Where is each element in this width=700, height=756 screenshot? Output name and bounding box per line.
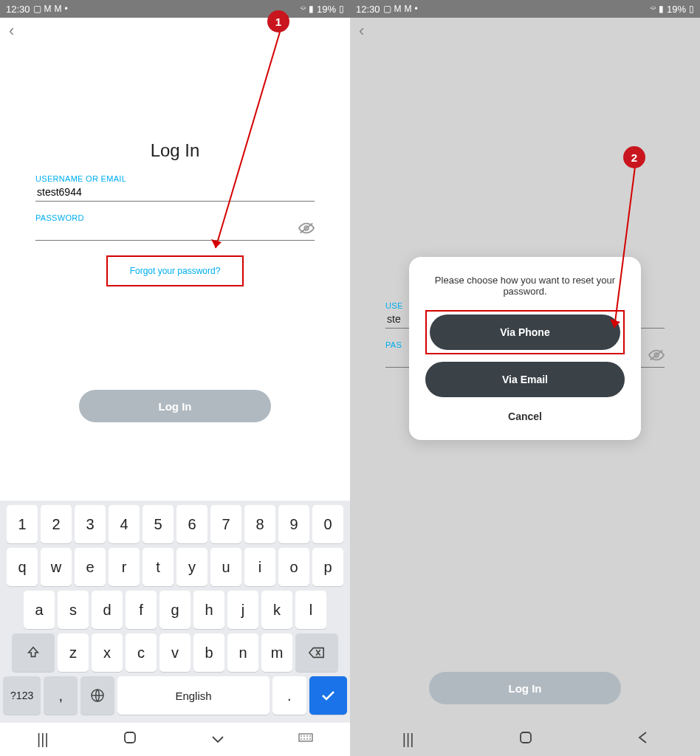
svg-point-7 — [301, 735, 302, 737]
key-period[interactable]: . — [272, 676, 306, 715]
back-icon[interactable]: ‹ — [359, 21, 364, 41]
nav-keyboard-icon[interactable] — [298, 733, 313, 746]
key-z[interactable]: z — [58, 633, 89, 672]
key-u[interactable]: u — [210, 548, 241, 586]
key-5[interactable]: 5 — [143, 505, 174, 543]
password-label: PASSWORD — [35, 213, 315, 222]
key-backspace[interactable] — [295, 633, 338, 672]
key-0[interactable]: 0 — [312, 505, 343, 543]
shift-icon — [27, 646, 40, 659]
key-space[interactable]: English — [117, 676, 269, 715]
system-nav-bar: ||| — [350, 722, 700, 756]
nav-back-icon[interactable] — [637, 731, 648, 748]
key-g[interactable]: g — [159, 591, 191, 629]
nav-home-icon[interactable] — [518, 730, 533, 749]
key-p[interactable]: p — [312, 548, 343, 586]
key-9[interactable]: 9 — [278, 505, 309, 543]
svg-point-9 — [306, 735, 308, 737]
gmail-icon: M — [55, 4, 62, 14]
nav-home-icon[interactable] — [123, 730, 137, 749]
via-phone-button[interactable]: Via Phone — [430, 315, 620, 350]
key-i[interactable]: i — [244, 548, 275, 586]
key-j[interactable]: j — [227, 591, 258, 629]
key-enter[interactable] — [309, 676, 347, 715]
nav-recents-icon[interactable]: ||| — [402, 731, 414, 748]
key-6[interactable]: 6 — [176, 505, 207, 543]
key-1[interactable]: 1 — [7, 505, 38, 543]
key-l[interactable]: l — [295, 591, 326, 629]
header-row: ‹ — [0, 18, 350, 44]
more-icon: • — [65, 4, 68, 14]
key-s[interactable]: s — [58, 591, 89, 629]
login-button[interactable]: Log In — [429, 672, 621, 704]
more-icon: • — [415, 4, 418, 14]
check-icon — [320, 690, 335, 701]
key-4[interactable]: 4 — [109, 505, 140, 543]
via-email-button[interactable]: Via Email — [425, 362, 625, 397]
status-bar: 12:30 ▢ M M • ⌔ ▮ 19% ▯ — [0, 0, 350, 18]
key-comma[interactable]: , — [44, 676, 78, 715]
nav-hide-keyboard-icon[interactable] — [211, 731, 224, 748]
key-e[interactable]: e — [75, 548, 106, 586]
keyboard-row-4: z x c v b n m — [3, 633, 347, 672]
key-a[interactable]: a — [24, 591, 55, 629]
key-h[interactable]: h — [193, 591, 224, 629]
keyboard-row-2: q w e r t y u i o p — [3, 548, 347, 586]
key-d[interactable]: d — [92, 591, 123, 629]
svg-rect-19 — [521, 732, 531, 743]
header-row: ‹ — [350, 18, 700, 44]
key-y[interactable]: y — [176, 548, 207, 586]
key-symbols[interactable]: ?123 — [3, 676, 41, 715]
key-3[interactable]: 3 — [75, 505, 106, 543]
svg-rect-5 — [125, 732, 135, 743]
key-shift[interactable] — [12, 633, 55, 672]
battery-icon: ▯ — [339, 4, 344, 14]
forgot-password-link[interactable]: Forgot your password? — [106, 255, 244, 286]
key-q[interactable]: q — [7, 548, 38, 586]
keyboard-row-1: 1 2 3 4 5 6 7 8 9 0 — [3, 505, 347, 543]
key-m[interactable]: m — [261, 633, 292, 672]
key-r[interactable]: r — [109, 548, 140, 586]
gmail-icon: M — [44, 4, 52, 14]
password-input[interactable] — [35, 222, 315, 241]
key-8[interactable]: 8 — [244, 505, 275, 543]
key-b[interactable]: b — [193, 633, 224, 672]
cancel-button[interactable]: Cancel — [425, 410, 625, 422]
key-o[interactable]: o — [278, 548, 309, 586]
key-k[interactable]: k — [261, 591, 292, 629]
username-input[interactable] — [35, 183, 315, 202]
gmail-icon: M — [405, 4, 412, 14]
phone-screen-login: 1 12:30 ▢ M M • ⌔ ▮ 19% ▯ ‹ Log In USERN… — [0, 0, 350, 756]
username-label: USERNAME OR EMAIL — [35, 174, 315, 183]
svg-rect-6 — [299, 734, 312, 741]
key-t[interactable]: t — [143, 548, 174, 586]
key-c[interactable]: c — [126, 633, 157, 672]
signal-icon: ▮ — [309, 4, 314, 14]
backspace-icon — [309, 647, 325, 659]
key-v[interactable]: v — [159, 633, 191, 672]
globe-icon — [90, 688, 105, 703]
svg-point-13 — [306, 738, 308, 740]
key-language[interactable] — [80, 676, 114, 715]
key-x[interactable]: x — [92, 633, 123, 672]
key-f[interactable]: f — [126, 591, 157, 629]
status-battery: 19% — [667, 4, 686, 15]
signal-icon: ▮ — [659, 4, 664, 14]
svg-point-8 — [303, 735, 305, 737]
keyboard-row-5: ?123 , English . — [3, 676, 347, 715]
login-button[interactable]: Log In — [79, 390, 271, 422]
svg-point-10 — [309, 735, 311, 737]
key-w[interactable]: w — [41, 548, 72, 586]
battery-icon: ▯ — [689, 4, 694, 14]
reset-password-modal: Please choose how you want to reset your… — [409, 257, 641, 440]
nav-recents-icon[interactable]: ||| — [37, 731, 49, 748]
key-7[interactable]: 7 — [210, 505, 241, 543]
svg-point-14 — [309, 738, 311, 740]
key-2[interactable]: 2 — [41, 505, 72, 543]
key-n[interactable]: n — [227, 633, 258, 672]
back-icon[interactable]: ‹ — [9, 21, 14, 41]
wifi-icon: ⌔ — [301, 4, 306, 14]
annotation-marker-1: 1 — [267, 10, 289, 32]
eye-off-icon[interactable] — [298, 221, 315, 238]
status-bar: 12:30 ▢ M M • ⌔ ▮ 19% ▯ — [350, 0, 700, 18]
